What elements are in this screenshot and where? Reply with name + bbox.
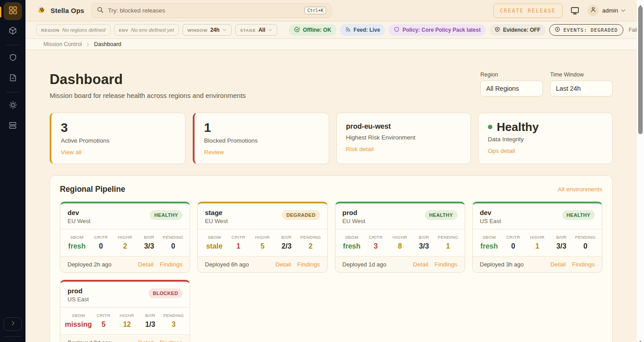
breadcrumb: Mission Control Dashboard	[25, 39, 637, 50]
stat-value: fresh	[65, 242, 89, 250]
scroll-up-arrow-icon[interactable]	[639, 1, 642, 5]
summary-link[interactable]: Review	[204, 149, 224, 156]
user-avatar[interactable]	[588, 5, 599, 16]
shield-icon	[8, 53, 17, 64]
search-input[interactable]	[108, 7, 301, 14]
stage-filter-dropdown[interactable]: STAGE All	[235, 24, 277, 36]
sidebar-expand-button[interactable]	[4, 317, 22, 331]
pipeline-env-name: dev	[68, 209, 90, 216]
window-filter-dropdown[interactable]: WINDOW 24h	[182, 24, 232, 36]
stat-pending: PENDING2	[299, 235, 323, 250]
app-name: Stella Ops	[51, 7, 84, 14]
stat-label: HIGHR	[250, 235, 275, 240]
sidebar-divider	[4, 336, 22, 337]
pipeline-stats: SBOMstaleCRITR1HIGHR5B/I/R2/3PENDING2	[198, 229, 327, 257]
pipeline-env-name: prod	[68, 287, 89, 295]
user-name[interactable]: admin	[602, 7, 618, 14]
filter-value: All	[258, 27, 265, 33]
stat-value: 3	[162, 321, 185, 329]
summary-metric-value: 1	[204, 121, 319, 135]
stat-value: 0	[89, 242, 113, 250]
sidebar-item-releases[interactable]	[4, 22, 22, 40]
findings-link[interactable]: Findings	[572, 261, 595, 268]
stat-highr: HIGHR5	[250, 235, 275, 250]
detail-link[interactable]: Detail	[550, 261, 566, 268]
all-environments-link[interactable]: All environments	[558, 186, 602, 193]
stat-value: 3	[364, 242, 388, 250]
chip-label: Evidence: OFF	[503, 27, 541, 33]
stat-sbom: SBOMfresh	[340, 235, 364, 250]
search-icon	[97, 6, 104, 15]
findings-link[interactable]: Findings	[160, 261, 182, 268]
pipeline-grid: dev EU West HEALTHY SBOMfreshCRITR0HIGHR…	[60, 202, 602, 342]
panel-title: Regional Pipeline	[60, 185, 125, 194]
evidence-status-chip[interactable]: Evidence: OFF	[489, 24, 546, 36]
dashboard-grid-icon	[8, 5, 18, 17]
stat-value: fresh	[340, 242, 364, 250]
deployed-time: Deployed 3h ago	[480, 261, 524, 268]
offline-status-chip[interactable]: Offline: OK	[289, 24, 336, 36]
detail-link[interactable]: Detail	[138, 261, 154, 268]
findings-link[interactable]: Findings	[435, 261, 458, 268]
region-filter-chip[interactable]: REGION No regions defined	[36, 24, 110, 36]
create-release-button[interactable]: CREATE RELEASE	[493, 4, 563, 18]
chevron-down-icon[interactable]	[620, 8, 626, 13]
stat-sbom: SBOMmissing	[65, 313, 92, 329]
detail-link[interactable]: Detail	[275, 261, 291, 268]
summary-link[interactable]: Ops detail	[488, 148, 515, 154]
stat-value: 3/3	[412, 242, 436, 250]
deployed-time: Deployed 1d ago	[343, 261, 386, 268]
person-icon	[590, 6, 597, 15]
sidebar-item-settings[interactable]	[4, 97, 22, 115]
deployed-time: Deployed 3d ago	[68, 339, 111, 342]
stat-value: 1	[226, 242, 250, 250]
stat-label: HIGHR	[388, 235, 412, 240]
stat-label: CRITR	[89, 235, 113, 240]
window-scrollbar[interactable]	[637, 0, 644, 342]
region-select-label: Region	[480, 72, 543, 78]
filter-value: No env defined yet	[131, 27, 174, 33]
stat-critr: CRITR5	[92, 313, 115, 329]
pipeline-region: US East	[68, 296, 89, 303]
status-badge: BLOCKED	[148, 288, 183, 298]
sidebar-item-security[interactable]	[4, 50, 22, 68]
stat-value: 8	[388, 242, 412, 250]
sidebar-item-dashboard[interactable]	[4, 2, 22, 20]
sidebar-item-infrastructure[interactable]	[4, 117, 22, 135]
findings-link[interactable]: Findings	[160, 339, 182, 342]
monitor-icon[interactable]	[570, 6, 580, 15]
chevron-down-icon	[222, 28, 227, 32]
summary-label: Highest Risk Environment	[346, 134, 461, 141]
status-badge: HEALTHY	[562, 210, 595, 220]
scroll-down-arrow-icon[interactable]	[639, 337, 642, 341]
env-filter-chip[interactable]: ENV No env defined yet	[114, 24, 179, 36]
check-circle-icon	[294, 26, 300, 34]
stat-value: fresh	[477, 242, 501, 250]
global-search[interactable]: Ctrl+K	[91, 3, 331, 18]
stat-highr: HIGHR12	[115, 313, 139, 329]
breadcrumb-parent[interactable]: Mission Control	[43, 41, 82, 47]
sidebar	[0, 0, 25, 342]
events-status-badge[interactable]: EVENTS: DEGRADED	[549, 24, 623, 36]
summary-label: Active Promotions	[61, 137, 176, 144]
policy-status-chip[interactable]: Policy: Core Policy Pack latest	[389, 24, 486, 36]
stat-value: 0	[161, 242, 185, 250]
summary-link[interactable]: Risk detail	[346, 146, 374, 152]
stat-label: HIGHR	[113, 235, 137, 240]
pipeline-region: EU West	[68, 218, 90, 224]
stat-value: 5	[250, 242, 275, 250]
scrollbar-thumb[interactable]	[638, 6, 643, 134]
page-title: Dashboard	[50, 72, 246, 88]
stat-critr: CRITR0	[89, 235, 113, 250]
findings-link[interactable]: Findings	[297, 261, 320, 268]
detail-link[interactable]: Detail	[413, 261, 428, 268]
sidebar-item-documents[interactable]	[4, 70, 22, 88]
shield-outline-icon	[394, 26, 400, 34]
region-select[interactable]: All Regions	[480, 80, 543, 97]
stat-value: 1/3	[139, 321, 162, 329]
summary-link[interactable]: View all	[61, 149, 81, 156]
detail-link[interactable]: Detail	[138, 339, 154, 342]
time-window-select[interactable]: Last 24h	[550, 80, 613, 97]
stat-label: CRITR	[501, 235, 525, 240]
feed-status-chip[interactable]: Feed: Live	[340, 24, 385, 36]
